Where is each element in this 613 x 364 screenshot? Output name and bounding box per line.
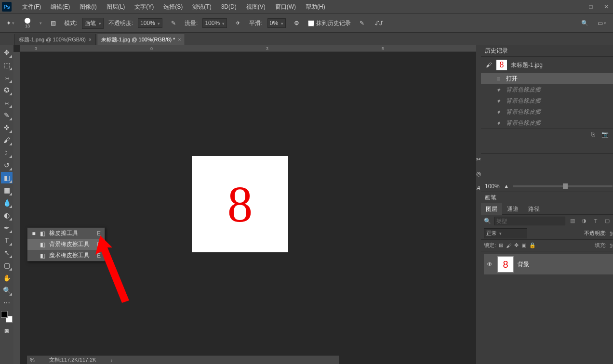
menu-item[interactable]: 图像(I) [75,0,101,13]
shape-tool[interactable]: ▢ [1,260,13,271]
type-tool[interactable]: T [1,234,13,246]
pressure-opacity-icon[interactable]: ✎ [167,17,180,29]
history-source[interactable]: 🖌 8 未标题-1.jpg [481,57,613,73]
airbrush-icon[interactable]: ✈ [232,17,244,29]
status-chevron[interactable]: › [111,357,113,363]
history-item[interactable]: ≡打开 [481,73,613,84]
blend-mode-select[interactable]: 正常 ▾ [484,228,527,238]
gradient-tool[interactable]: ▦ [1,184,13,196]
flyout-item[interactable]: ◧魔术橡皮擦工具E [27,250,105,261]
dodge-tool[interactable]: ◐ [1,209,13,221]
filter-shape-icon[interactable]: ▢ [603,217,612,225]
stamp-tool[interactable]: ᯿ [1,147,13,158]
visibility-icon[interactable]: 👁 [486,261,493,268]
path-select-tool[interactable]: ↖ [1,247,13,259]
lock-icon[interactable]: 🔒 [529,242,536,248]
mode-select[interactable]: 画笔 ▾ [82,18,103,29]
opacity-input[interactable]: 100% ▾ [138,18,162,28]
history-brush-icon[interactable]: 🖌 [485,62,493,68]
filter-type-icon[interactable]: T [591,217,600,225]
tab-close-icon[interactable]: × [178,37,181,42]
color-swatches[interactable] [1,311,13,323]
library-icon[interactable]: ◎ [476,170,481,177]
history-checkbox[interactable] [308,20,314,26]
close-button[interactable]: ✕ [600,2,613,12]
flow-input[interactable]: 100% ▾ [202,18,227,28]
pressure-size-icon[interactable]: ✎ [356,17,368,29]
brush-panel-header[interactable]: 画笔 ≡ [481,192,613,203]
tool-preset-icon[interactable]: ✦▾ [4,17,16,29]
menu-item[interactable]: 3D(D) [216,0,241,13]
menu-item[interactable]: 图层(L) [102,0,130,13]
healing-tool[interactable]: ✜ [1,122,13,133]
layers-tab[interactable]: 通道 [502,203,523,215]
eyedropper-tool[interactable]: ✎ [1,109,13,121]
layer-name[interactable]: 背景 [518,260,529,269]
zoom-tool[interactable]: 🔍 [1,285,13,296]
new-doc-from-state-icon[interactable]: ⎘ [591,131,595,138]
symmetry-icon[interactable]: ᔑᔑ [373,17,386,29]
lasso-tool[interactable]: ⟕ [1,72,13,83]
quick-select-tool[interactable]: ✪ [1,84,13,96]
menu-item[interactable]: 窗口(W) [270,0,301,13]
document-tab[interactable]: 未标题-1.jpg @ 100%(RGB/8) *× [97,34,185,45]
lock-pos-icon[interactable]: ✥ [514,242,519,248]
pen-tool[interactable]: ✒ [1,222,13,234]
character-icon[interactable]: A [477,185,480,192]
history-item[interactable]: ✦背景色橡皮擦 [481,95,613,106]
edit-toolbar[interactable]: ⋯ [1,297,13,309]
ruler-vertical[interactable] [13,52,20,364]
status-zoom[interactable]: % [30,357,35,363]
layer-filter-input[interactable] [494,217,565,225]
menu-item[interactable]: 滤镜(T) [187,0,216,13]
history-item[interactable]: ✦背景色橡皮擦 [481,84,613,95]
snapshot-icon[interactable]: 📷 [601,131,609,138]
menu-item[interactable]: 视图(V) [241,0,270,13]
lock-artboard-icon[interactable]: ▣ [521,242,526,248]
filter-adjust-icon[interactable]: ◑ [580,217,588,225]
brush-panel-icon[interactable]: ▨ [47,17,59,29]
eraser-tool[interactable]: ◧ [1,172,13,183]
minimize-button[interactable]: — [569,2,582,12]
gear-icon[interactable]: ⚙ [291,17,303,29]
erase-to-history[interactable]: 抹到历史记录 [308,19,351,27]
lock-pixel-icon[interactable]: 🖌 [506,243,511,248]
quick-mask[interactable]: ◙ [1,325,13,337]
maximize-button[interactable]: □ [584,2,598,12]
layers-tab[interactable]: 图层 [481,203,502,215]
tab-close-icon[interactable]: × [89,37,92,42]
lock-all-icon[interactable]: ⊠ [499,242,503,248]
menu-item[interactable]: 帮助(H) [301,0,330,13]
marquee-tool[interactable]: ⬚ [1,59,13,71]
menu-item[interactable]: 编辑(E) [46,0,75,13]
layer-opacity-value[interactable]: 100% [610,231,613,236]
flyout-item[interactable]: ◧背景橡皮擦工具E [27,239,105,250]
history-brush-tool[interactable]: ↺ [1,159,13,171]
status-doc[interactable]: 文档:117.2K/117.2K [49,356,96,364]
menu-item[interactable]: 选择(S) [159,0,187,13]
layer-thumb[interactable]: 8 [497,256,514,273]
search-icon[interactable]: 🔍 [484,218,491,224]
ruler-horizontal[interactable]: 3 0 3 5 [20,45,476,52]
move-tool[interactable]: ✥ [1,47,13,58]
workspace-icon[interactable]: ▭▾ [596,17,608,29]
brush-preview-icon[interactable]: 13 [21,18,34,28]
search-icon[interactable]: 🔍 [578,17,591,29]
filter-pixel-icon[interactable]: ▧ [568,217,577,225]
zoom-value[interactable]: 100% [485,183,500,190]
history-item[interactable]: ✦背景色橡皮擦 [481,117,613,129]
zoom-slider[interactable] [513,185,613,187]
history-panel-header[interactable]: 历史记录 ≡ [481,45,613,57]
layer-row[interactable]: 👁 8 背景 🔒 [484,254,613,274]
smooth-input[interactable]: 0% ▾ [267,18,286,28]
blur-tool[interactable]: 💧 [1,197,13,208]
brush-tool[interactable]: 🖌 [1,134,13,146]
history-item[interactable]: ✦背景色橡皮擦 [481,106,613,117]
menu-item[interactable]: 文件(F) [17,0,46,13]
flyout-item[interactable]: ■◧橡皮擦工具E [27,228,105,239]
zoom-out-icon[interactable]: ▲ [504,183,509,190]
document-tab[interactable]: 标题-1.png @ 100%(RGB/8)× [14,34,96,45]
canvas[interactable]: 8 [192,156,288,252]
fill-value[interactable]: 100% [610,243,613,248]
adjustments-icon[interactable]: ✂ [476,156,481,163]
